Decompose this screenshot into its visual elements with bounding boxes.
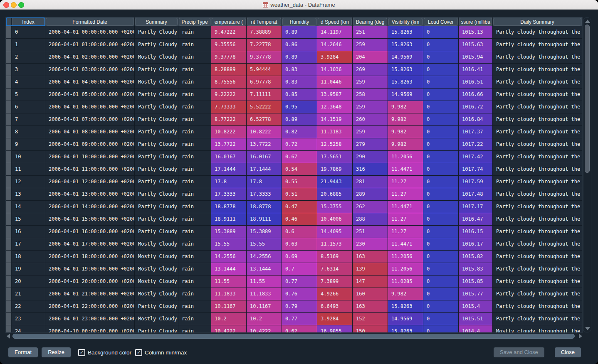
cell-humidity[interactable]: 0.55 — [282, 176, 317, 188]
cell-visibility[interactable]: 9.982 — [388, 138, 423, 151]
cell-pressure[interactable]: 1016.41 — [459, 64, 493, 76]
cell-wind_speed[interactable]: 3.9284 — [317, 51, 353, 64]
cell-visibility[interactable]: 15.8263 — [388, 300, 423, 313]
cell-temperature[interactable]: 10.8222 — [211, 126, 247, 138]
cell-precip[interactable]: rain — [178, 101, 211, 113]
cell-daily_summary[interactable]: Partly cloudy throughout the day — [493, 76, 582, 89]
cell-apparent_temperature[interactable]: 18.8778 — [247, 201, 282, 213]
cell-bearing[interactable]: 316 — [353, 163, 388, 176]
cell-wind_speed[interactable]: 13.9587 — [317, 89, 353, 101]
cell-apparent_temperature[interactable]: 15.3889 — [247, 226, 282, 238]
cell-summary[interactable]: Partly Cloudy — [135, 325, 178, 332]
cell-daily_summary[interactable]: Partly cloudy throughout the day — [493, 313, 582, 325]
cell-pressure[interactable]: 1017.48 — [459, 188, 493, 201]
cell-wind_speed[interactable]: 14.1197 — [317, 26, 353, 39]
scroll-right-arrow-icon[interactable] — [579, 334, 582, 339]
row-handle[interactable] — [6, 238, 12, 251]
row-handle[interactable] — [6, 101, 12, 113]
cell-temperature[interactable]: 8.75556 — [211, 76, 247, 89]
cell-date[interactable]: 2006-04-01 20:00:00.000 +0200 — [45, 275, 135, 288]
row-handle[interactable] — [6, 126, 12, 138]
cell-pressure[interactable]: 1016.17 — [459, 238, 493, 251]
cell-bearing[interactable]: 259 — [353, 101, 388, 113]
cell-temperature[interactable]: 10.4222 — [211, 325, 247, 332]
cell-date[interactable]: 2006-04-01 06:00:00.000 +0200 — [45, 101, 135, 113]
cell-visibility[interactable]: 11.27 — [388, 188, 423, 201]
cell-wind_speed[interactable]: 12.3648 — [317, 101, 353, 113]
column-header-date[interactable]: Formatted Date — [45, 17, 135, 26]
save-and-close-button[interactable]: Save and Close — [494, 347, 544, 357]
cell-wind_speed[interactable]: 20.6885 — [317, 188, 353, 201]
horizontal-scrollbar[interactable] — [6, 333, 583, 339]
scroll-up-arrow-icon[interactable] — [585, 20, 590, 23]
cell-apparent_temperature[interactable]: 17.3333 — [247, 188, 282, 201]
cell-loud_cover[interactable]: 0 — [423, 26, 459, 39]
cell-daily_summary[interactable]: Partly cloudy throughout the day — [493, 39, 582, 51]
cell-summary[interactable]: Partly Cloudy — [135, 176, 178, 188]
cell-visibility[interactable]: 11.27 — [388, 213, 423, 226]
cell-visibility[interactable]: 11.27 — [388, 226, 423, 238]
row-handle[interactable] — [6, 275, 12, 288]
cell-daily_summary[interactable]: Partly cloudy throughout the day — [493, 263, 582, 275]
cell-apparent_temperature[interactable]: 17.1444 — [247, 163, 282, 176]
cell-loud_cover[interactable]: 0 — [423, 163, 459, 176]
cell-visibility[interactable]: 15.8263 — [388, 76, 423, 89]
column-minmax-checkbox[interactable]: ✓ Column min/max — [135, 349, 187, 356]
cell-loud_cover[interactable]: 0 — [423, 64, 459, 76]
cell-index[interactable]: 18 — [12, 251, 45, 263]
vertical-scrollbar-thumb[interactable] — [585, 25, 590, 173]
row-handle[interactable] — [6, 39, 12, 51]
cell-wind_speed[interactable]: 16.9855 — [317, 325, 353, 332]
cell-pressure[interactable]: 1016.15 — [459, 226, 493, 238]
scroll-left-arrow-icon[interactable] — [7, 334, 10, 339]
cell-apparent_temperature[interactable]: 11.55 — [247, 275, 282, 288]
cell-index[interactable]: 23 — [12, 313, 45, 325]
cell-precip[interactable]: rain — [178, 176, 211, 188]
cell-precip[interactable]: rain — [178, 188, 211, 201]
cell-humidity[interactable]: 0.69 — [282, 251, 317, 263]
cell-wind_speed[interactable]: 19.7869 — [317, 163, 353, 176]
cell-loud_cover[interactable]: 0 — [423, 188, 459, 201]
cell-bearing[interactable]: 260 — [353, 113, 388, 126]
cell-loud_cover[interactable]: 0 — [423, 288, 459, 300]
cell-visibility[interactable]: 11.27 — [388, 176, 423, 188]
cell-date[interactable]: 2006-04-01 18:00:00.000 +0200 — [45, 251, 135, 263]
cell-summary[interactable]: Partly Cloudy — [135, 300, 178, 313]
cell-apparent_temperature[interactable]: 15.55 — [247, 238, 282, 251]
cell-precip[interactable]: rain — [178, 226, 211, 238]
cell-bearing[interactable]: 279 — [353, 138, 388, 151]
cell-loud_cover[interactable]: 0 — [423, 275, 459, 288]
cell-temperature[interactable]: 16.0167 — [211, 151, 247, 163]
cell-temperature[interactable]: 15.3889 — [211, 226, 247, 238]
cell-date[interactable]: 2006-04-01 13:00:00.000 +0200 — [45, 188, 135, 201]
cell-loud_cover[interactable]: 0 — [423, 138, 459, 151]
cell-apparent_temperature[interactable]: 13.7722 — [247, 138, 282, 151]
cell-date[interactable]: 2006-04-01 09:00:00.000 +0200 — [45, 138, 135, 151]
cell-humidity[interactable]: 0.89 — [282, 51, 317, 64]
cell-precip[interactable]: rain — [178, 325, 211, 332]
row-handle[interactable] — [6, 113, 12, 126]
cell-wind_speed[interactable]: 3.9284 — [317, 313, 353, 325]
cell-daily_summary[interactable]: Partly cloudy throughout the day — [493, 163, 582, 176]
row-handle[interactable] — [6, 213, 12, 226]
cell-loud_cover[interactable]: 0 — [423, 226, 459, 238]
cell-apparent_temperature[interactable]: 9.37778 — [247, 51, 282, 64]
cell-visibility[interactable]: 11.4471 — [388, 201, 423, 213]
cell-daily_summary[interactable]: Partly cloudy throughout the day — [493, 213, 582, 226]
cell-wind_speed[interactable]: 10.4006 — [317, 213, 353, 226]
cell-humidity[interactable]: 0.51 — [282, 188, 317, 201]
cell-humidity[interactable]: 0.86 — [282, 39, 317, 51]
row-handle[interactable] — [6, 163, 12, 176]
cell-summary[interactable]: Mostly Cloudy — [135, 238, 178, 251]
cell-loud_cover[interactable]: 0 — [423, 238, 459, 251]
resize-button[interactable]: Resize — [42, 347, 71, 357]
cell-humidity[interactable]: 0.54 — [282, 163, 317, 176]
row-handle[interactable] — [6, 76, 12, 89]
cell-summary[interactable]: Partly Cloudy — [135, 126, 178, 138]
cell-visibility[interactable]: 15.8263 — [388, 39, 423, 51]
cell-bearing[interactable]: 163 — [353, 300, 388, 313]
cell-daily_summary[interactable]: Partly cloudy throughout the day — [493, 138, 582, 151]
row-handle[interactable] — [6, 300, 12, 313]
row-handle[interactable] — [6, 51, 12, 64]
cell-date[interactable]: 2006-04-01 12:00:00.000 +0200 — [45, 176, 135, 188]
